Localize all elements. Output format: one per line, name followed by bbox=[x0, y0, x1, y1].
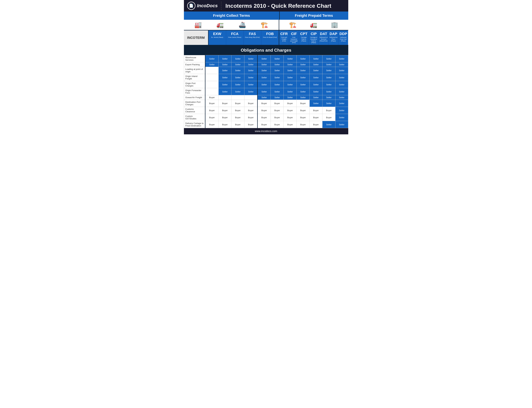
icons-row: 🏭 🚛 🚢 🏗️ 🏗️ 🚛 🏢 bbox=[184, 20, 348, 30]
data-cell: Buyer bbox=[231, 107, 244, 114]
data-cell: Seller bbox=[271, 55, 284, 62]
crane2-icon: 🏗️ bbox=[289, 21, 297, 28]
data-cell: Buyer bbox=[258, 121, 271, 128]
data-cell: Buyer bbox=[205, 107, 218, 114]
data-cell: Buyer bbox=[231, 100, 244, 107]
data-cell: Seller bbox=[335, 88, 348, 95]
data-cell: Seller bbox=[297, 95, 309, 100]
obligations-header: Obligations and Charges bbox=[184, 45, 348, 55]
data-cell: Seller bbox=[258, 95, 271, 100]
data-cell: Seller bbox=[323, 55, 335, 62]
data-cell: Buyer bbox=[231, 114, 244, 121]
row-label: Ocean/Air Freight bbox=[184, 95, 205, 100]
data-cell: Seller bbox=[335, 100, 348, 107]
footer-url: www.incodocs.com bbox=[255, 130, 277, 133]
data-cell: Seller bbox=[297, 81, 309, 88]
data-cell: Seller bbox=[231, 81, 244, 88]
data-cell: Seller bbox=[335, 74, 348, 81]
data-cell: Seller bbox=[297, 74, 309, 81]
code-cip: CIP Carriage & Insurance Paid to (Place) bbox=[309, 30, 319, 45]
data-cell: Seller bbox=[258, 74, 271, 81]
data-cell: Buyer bbox=[258, 100, 271, 107]
truck2-icon: 🚛 bbox=[310, 21, 317, 28]
data-cell: Buyer bbox=[205, 114, 218, 121]
data-cell: Seller bbox=[309, 100, 323, 107]
data-cell bbox=[205, 88, 218, 95]
freight-terms-row: Freight Collect Terms Freight Prepaid Te… bbox=[184, 11, 348, 20]
header: 📄 IncoDocs Incoterms 2010 - Quick Refere… bbox=[184, 0, 348, 11]
data-cell: Buyer bbox=[271, 100, 284, 107]
data-cell: Seller bbox=[323, 62, 335, 67]
data-cell: Buyer bbox=[323, 107, 335, 114]
row-label: Warehouse Services bbox=[184, 55, 205, 62]
data-cell: Buyer bbox=[271, 121, 284, 128]
header-title: Incoterms 2010 - Quick Reference Chart bbox=[225, 3, 331, 9]
table-row: Custom GST/DutiesBuyerBuyerBuyerBuyerBuy… bbox=[184, 114, 348, 121]
data-cell: Seller bbox=[297, 55, 309, 62]
prepaid-codes: CFR Cost and Freight (Port) CIF Cost, In… bbox=[279, 30, 348, 45]
row-label: Custom GST/Duties bbox=[184, 114, 205, 121]
code-fca: FCA Free Carrier (Place) bbox=[226, 30, 244, 45]
data-cell: Seller bbox=[284, 67, 297, 74]
data-cell: Seller bbox=[218, 74, 231, 81]
data-cell: Seller bbox=[323, 121, 335, 128]
data-cell: Seller bbox=[323, 88, 335, 95]
code-dap: DAP Delivered at Place (Place) bbox=[329, 30, 338, 45]
data-cell: Seller bbox=[309, 88, 323, 95]
collect-codes: EXW Ex. Words (Place) FCA Free Carrier (… bbox=[208, 30, 279, 45]
data-cell: Seller bbox=[271, 62, 284, 67]
table-row: Ocean/Air FreightBuyerSellerSellerSeller… bbox=[184, 95, 348, 100]
prepaid-icons: 🏗️ 🚛 🏢 bbox=[279, 20, 348, 30]
data-cell: Seller bbox=[231, 74, 244, 81]
row-label: Customs Clearence bbox=[184, 107, 205, 114]
data-cell: Seller bbox=[323, 100, 335, 107]
data-cell: Buyer bbox=[309, 107, 323, 114]
data-cell: Buyer bbox=[297, 121, 309, 128]
data-cell: Seller bbox=[297, 88, 309, 95]
table-row: Origin Port ChargesSellerSellerSellerSel… bbox=[184, 81, 348, 88]
data-cell: Seller bbox=[205, 62, 218, 67]
data-cell: Seller bbox=[231, 88, 244, 95]
truck-icon: 🚛 bbox=[216, 21, 224, 28]
data-cell: Seller bbox=[258, 88, 271, 95]
data-cell: Seller bbox=[205, 55, 218, 62]
data-cell: Seller bbox=[231, 67, 244, 74]
incoterm-label: INCOTERM bbox=[184, 30, 208, 45]
data-cell: Buyer bbox=[205, 100, 218, 107]
ship-icon: 🚢 bbox=[239, 21, 246, 28]
data-cell: Seller bbox=[231, 55, 244, 62]
data-cell: Buyer bbox=[309, 114, 323, 121]
table-row: Destination Port ChargesBuyerBuyerBuyerB… bbox=[184, 100, 348, 107]
data-cell: Seller bbox=[335, 62, 348, 67]
code-fas: FAS Free Along Ship (Port) bbox=[244, 30, 261, 45]
table-row: Loading at point of originSellerSellerSe… bbox=[184, 67, 348, 74]
data-cell: Seller bbox=[271, 67, 284, 74]
data-cell: Buyer bbox=[323, 114, 335, 121]
code-cfr: CFR Cost and Freight (Port) bbox=[279, 30, 289, 45]
data-cell: Seller bbox=[309, 67, 323, 74]
data-cell: Buyer bbox=[244, 100, 257, 107]
data-cell: Seller bbox=[244, 62, 257, 67]
data-cell: Seller bbox=[244, 55, 257, 62]
obligations-table: Warehouse ServicesSellerSellerSellerSell… bbox=[184, 55, 348, 128]
data-cell: Seller bbox=[284, 88, 297, 95]
data-cell: Seller bbox=[335, 55, 348, 62]
data-cell: Seller bbox=[323, 95, 335, 100]
factory-icon: 🏭 bbox=[194, 21, 202, 28]
data-cell: Seller bbox=[271, 88, 284, 95]
code-fob: FOB Free On Board (Port) bbox=[261, 30, 279, 45]
data-cell: Buyer bbox=[218, 121, 231, 128]
data-cell: Buyer bbox=[284, 114, 297, 121]
data-cell: Seller bbox=[284, 81, 297, 88]
data-cell: Buyer bbox=[218, 107, 231, 114]
data-cell: Seller bbox=[323, 81, 335, 88]
data-cell: Seller bbox=[271, 95, 284, 100]
row-label: Delivery Cartage to Final Destination bbox=[184, 121, 205, 128]
data-cell bbox=[205, 74, 218, 81]
row-label: Loading at point of origin bbox=[184, 67, 205, 74]
data-cell: Buyer bbox=[258, 114, 271, 121]
logo-icon: 📄 bbox=[187, 2, 195, 10]
data-cell: Seller bbox=[218, 88, 231, 95]
data-cell: Seller bbox=[297, 62, 309, 67]
data-cell: Buyer bbox=[271, 107, 284, 114]
